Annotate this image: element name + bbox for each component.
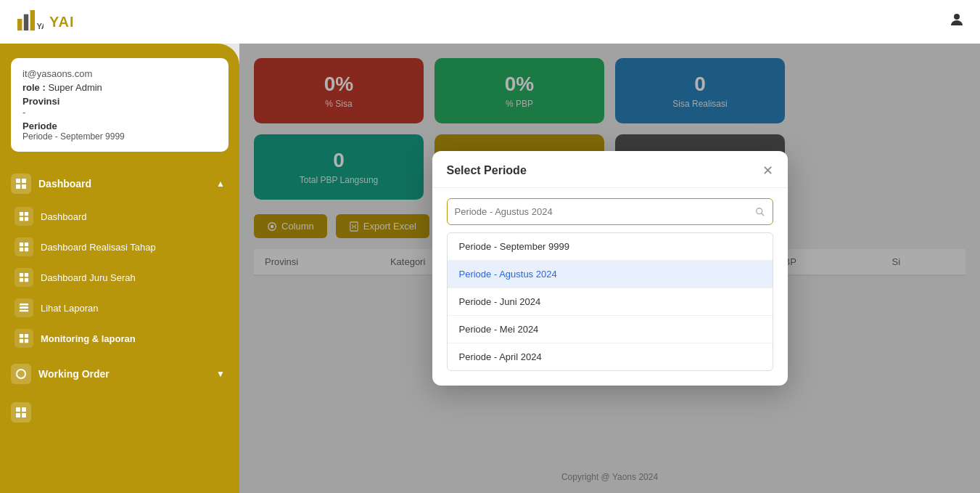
logo-icon: YAI <box>15 7 44 36</box>
svg-rect-2 <box>30 10 35 30</box>
dashboard-group-icon <box>11 174 31 194</box>
sidebar-item-dashboard-juru[interactable]: Dashboard Juru Serah <box>0 262 239 293</box>
modal-header: Select Periode ✕ <box>432 151 788 188</box>
modal-search-icon <box>755 207 765 217</box>
dashboard-realisasi-icon <box>15 237 33 256</box>
modal-search-input[interactable] <box>455 199 755 224</box>
provinsi-value: - <box>22 107 217 118</box>
svg-rect-23 <box>20 310 28 312</box>
sidebar-dashboard-section: Dashboard ▲ Dashboard Dashboard Realisas… <box>0 166 239 354</box>
svg-rect-9 <box>20 212 23 216</box>
close-icon: ✕ <box>762 163 773 178</box>
svg-rect-13 <box>20 243 23 246</box>
periode-option-3[interactable]: Periode - Mei 2024 <box>448 316 773 343</box>
dashboard-juru-icon <box>15 268 33 287</box>
svg-rect-15 <box>20 248 23 251</box>
svg-rect-8 <box>22 184 26 189</box>
svg-rect-27 <box>25 339 28 343</box>
svg-rect-14 <box>25 243 28 246</box>
modal-search-box[interactable] <box>447 198 773 225</box>
svg-line-42 <box>761 213 764 216</box>
sidebar-item-monitoring-label: Monitoring & laporan <box>41 333 136 344</box>
svg-rect-21 <box>20 303 28 306</box>
svg-rect-26 <box>20 339 23 343</box>
user-card: it@yasaons.com role : Super Admin Provin… <box>11 58 228 152</box>
periode-dropdown-list: Periode - September 9999Periode - Agustu… <box>447 232 773 371</box>
lihat-laporan-icon <box>15 298 33 317</box>
modal-close-button[interactable]: ✕ <box>762 164 773 177</box>
svg-rect-18 <box>25 273 28 277</box>
sidebar-item-lihat-laporan-label: Lihat Laporan <box>41 303 99 314</box>
modal-body: Periode - September 9999Periode - Agustu… <box>432 188 788 386</box>
sidebar-item-lihat-laporan[interactable]: Lihat Laporan <box>0 293 239 323</box>
periode-label: Periode <box>22 121 217 131</box>
user-profile-icon[interactable] <box>948 11 965 33</box>
user-email: it@yasaons.com <box>22 68 217 79</box>
svg-rect-0 <box>17 19 22 30</box>
periode-option-2[interactable]: Periode - Juni 2024 <box>448 288 773 316</box>
svg-point-41 <box>756 208 762 213</box>
sidebar-item-dashboard-realisasi[interactable]: Dashboard Realisasi Tahap <box>0 232 239 262</box>
sidebar-item-dashboard-realisasi-label: Dashboard Realisasi Tahap <box>41 242 156 253</box>
svg-point-4 <box>954 14 960 20</box>
dashboard-chevron-icon: ▲ <box>216 179 225 189</box>
sidebar-item-dashboard[interactable]: Dashboard <box>0 201 239 232</box>
svg-rect-1 <box>24 15 28 30</box>
svg-rect-19 <box>20 278 23 282</box>
svg-rect-5 <box>16 179 20 183</box>
svg-rect-22 <box>20 306 28 309</box>
sidebar-item-dashboard-label: Dashboard <box>41 211 87 222</box>
periode-option-4[interactable]: Periode - April 2024 <box>448 343 773 370</box>
monitoring-icon <box>15 329 33 348</box>
working-order-group-icon <box>11 364 31 384</box>
logo-text: YAI <box>49 14 75 30</box>
top-nav: YAI YAI <box>0 0 980 44</box>
sidebar: it@yasaons.com role : Super Admin Provin… <box>0 44 239 493</box>
sidebar-item-dashboard-juru-label: Dashboard Juru Serah <box>41 272 136 283</box>
logo-area: YAI YAI <box>15 7 75 36</box>
svg-rect-12 <box>25 217 28 221</box>
working-order-label: Working Order <box>38 368 110 380</box>
select-periode-modal: Select Periode ✕ Periode - September 999… <box>432 151 788 386</box>
svg-rect-10 <box>25 212 28 216</box>
svg-rect-7 <box>16 184 20 189</box>
sidebar-working-order-group[interactable]: Working Order ▼ <box>0 356 239 391</box>
svg-rect-28 <box>16 407 20 412</box>
svg-rect-24 <box>20 334 23 338</box>
periode-value: Periode - September 9999 <box>22 131 217 142</box>
svg-rect-30 <box>16 413 20 417</box>
provinsi-label: Provinsi <box>22 96 217 107</box>
svg-rect-20 <box>25 278 28 282</box>
sidebar-dashboard-group[interactable]: Dashboard ▲ <box>0 166 239 201</box>
periode-option-0[interactable]: Periode - September 9999 <box>448 233 773 261</box>
working-order-chevron-icon: ▼ <box>216 369 225 379</box>
svg-rect-31 <box>22 413 26 417</box>
extra-icon <box>11 402 31 423</box>
role-label: role : <box>22 82 46 93</box>
role-value: Super Admin <box>48 82 102 93</box>
sidebar-bottom-icons <box>0 395 239 430</box>
modal-overlay[interactable]: Select Periode ✕ Periode - September 999… <box>239 44 980 493</box>
svg-rect-25 <box>25 334 28 338</box>
svg-text:YAI: YAI <box>36 22 44 30</box>
svg-rect-16 <box>25 248 28 251</box>
periode-option-1[interactable]: Periode - Agustus 2024 <box>448 261 773 288</box>
svg-rect-6 <box>22 179 26 183</box>
sidebar-item-monitoring[interactable]: Monitoring & laporan <box>0 323 239 354</box>
dashboard-icon <box>15 207 33 226</box>
svg-rect-29 <box>22 407 26 412</box>
svg-rect-11 <box>20 217 23 221</box>
modal-title: Select Periode <box>447 164 527 177</box>
dashboard-group-label: Dashboard <box>38 178 91 190</box>
main-content: 0% % Sisa 0% % PBP 0 Sisa Realisasi 0 To… <box>239 44 980 493</box>
svg-rect-17 <box>20 273 23 277</box>
